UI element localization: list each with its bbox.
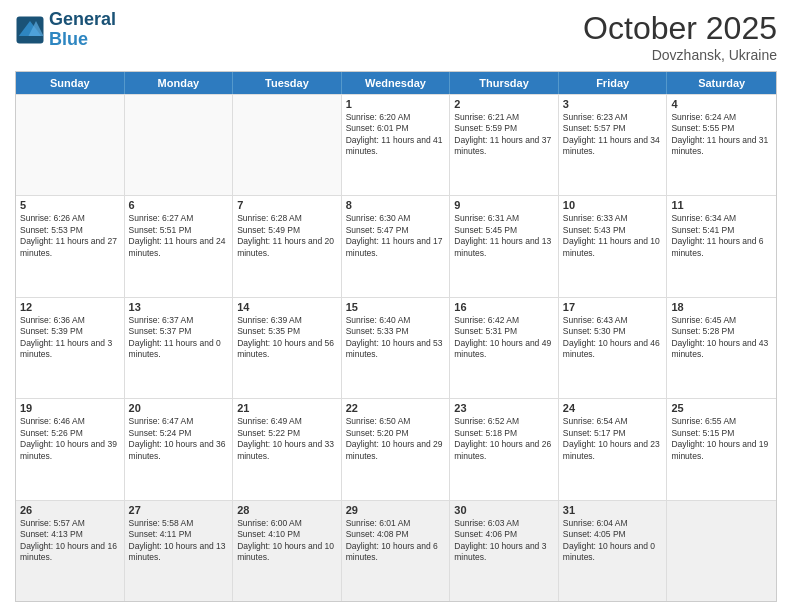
day-cell-13: 13Sunrise: 6:37 AM Sunset: 5:37 PM Dayli… — [125, 298, 234, 398]
day-info: Sunrise: 6:20 AM Sunset: 6:01 PM Dayligh… — [346, 112, 446, 158]
subtitle: Dovzhansk, Ukraine — [583, 47, 777, 63]
day-info: Sunrise: 6:30 AM Sunset: 5:47 PM Dayligh… — [346, 213, 446, 259]
day-info: Sunrise: 6:26 AM Sunset: 5:53 PM Dayligh… — [20, 213, 120, 259]
day-cell-6: 6Sunrise: 6:27 AM Sunset: 5:51 PM Daylig… — [125, 196, 234, 296]
day-info: Sunrise: 5:58 AM Sunset: 4:11 PM Dayligh… — [129, 518, 229, 564]
day-cell-14: 14Sunrise: 6:39 AM Sunset: 5:35 PM Dayli… — [233, 298, 342, 398]
day-cell-19: 19Sunrise: 6:46 AM Sunset: 5:26 PM Dayli… — [16, 399, 125, 499]
day-cell-9: 9Sunrise: 6:31 AM Sunset: 5:45 PM Daylig… — [450, 196, 559, 296]
day-info: Sunrise: 6:33 AM Sunset: 5:43 PM Dayligh… — [563, 213, 663, 259]
day-number: 11 — [671, 199, 772, 211]
logo-text: General Blue — [49, 10, 116, 50]
day-cell-10: 10Sunrise: 6:33 AM Sunset: 5:43 PM Dayli… — [559, 196, 668, 296]
header-day-thursday: Thursday — [450, 72, 559, 94]
day-cell-24: 24Sunrise: 6:54 AM Sunset: 5:17 PM Dayli… — [559, 399, 668, 499]
header-day-sunday: Sunday — [16, 72, 125, 94]
day-cell-2: 2Sunrise: 6:21 AM Sunset: 5:59 PM Daylig… — [450, 95, 559, 195]
day-number: 2 — [454, 98, 554, 110]
day-cell-31: 31Sunrise: 6:04 AM Sunset: 4:05 PM Dayli… — [559, 501, 668, 601]
day-cell-7: 7Sunrise: 6:28 AM Sunset: 5:49 PM Daylig… — [233, 196, 342, 296]
day-cell-27: 27Sunrise: 5:58 AM Sunset: 4:11 PM Dayli… — [125, 501, 234, 601]
day-info: Sunrise: 6:34 AM Sunset: 5:41 PM Dayligh… — [671, 213, 772, 259]
title-section: October 2025 Dovzhansk, Ukraine — [583, 10, 777, 63]
day-cell-4: 4Sunrise: 6:24 AM Sunset: 5:55 PM Daylig… — [667, 95, 776, 195]
day-cell-25: 25Sunrise: 6:55 AM Sunset: 5:15 PM Dayli… — [667, 399, 776, 499]
calendar-row-3: 12Sunrise: 6:36 AM Sunset: 5:39 PM Dayli… — [16, 297, 776, 398]
day-number: 16 — [454, 301, 554, 313]
day-info: Sunrise: 6:27 AM Sunset: 5:51 PM Dayligh… — [129, 213, 229, 259]
day-cell-28: 28Sunrise: 6:00 AM Sunset: 4:10 PM Dayli… — [233, 501, 342, 601]
day-number: 28 — [237, 504, 337, 516]
day-number: 13 — [129, 301, 229, 313]
header-day-saturday: Saturday — [667, 72, 776, 94]
month-title: October 2025 — [583, 10, 777, 47]
day-number: 27 — [129, 504, 229, 516]
day-info: Sunrise: 6:00 AM Sunset: 4:10 PM Dayligh… — [237, 518, 337, 564]
day-info: Sunrise: 6:03 AM Sunset: 4:06 PM Dayligh… — [454, 518, 554, 564]
day-number: 18 — [671, 301, 772, 313]
day-info: Sunrise: 6:01 AM Sunset: 4:08 PM Dayligh… — [346, 518, 446, 564]
day-cell-30: 30Sunrise: 6:03 AM Sunset: 4:06 PM Dayli… — [450, 501, 559, 601]
day-number: 31 — [563, 504, 663, 516]
day-cell-5: 5Sunrise: 6:26 AM Sunset: 5:53 PM Daylig… — [16, 196, 125, 296]
day-cell-17: 17Sunrise: 6:43 AM Sunset: 5:30 PM Dayli… — [559, 298, 668, 398]
empty-cell-0-0 — [16, 95, 125, 195]
day-info: Sunrise: 6:24 AM Sunset: 5:55 PM Dayligh… — [671, 112, 772, 158]
calendar-row-4: 19Sunrise: 6:46 AM Sunset: 5:26 PM Dayli… — [16, 398, 776, 499]
day-info: Sunrise: 6:43 AM Sunset: 5:30 PM Dayligh… — [563, 315, 663, 361]
day-cell-21: 21Sunrise: 6:49 AM Sunset: 5:22 PM Dayli… — [233, 399, 342, 499]
day-cell-3: 3Sunrise: 6:23 AM Sunset: 5:57 PM Daylig… — [559, 95, 668, 195]
day-number: 12 — [20, 301, 120, 313]
calendar-row-2: 5Sunrise: 6:26 AM Sunset: 5:53 PM Daylig… — [16, 195, 776, 296]
day-number: 15 — [346, 301, 446, 313]
day-info: Sunrise: 6:46 AM Sunset: 5:26 PM Dayligh… — [20, 416, 120, 462]
day-number: 4 — [671, 98, 772, 110]
day-number: 25 — [671, 402, 772, 414]
day-info: Sunrise: 6:28 AM Sunset: 5:49 PM Dayligh… — [237, 213, 337, 259]
day-cell-26: 26Sunrise: 5:57 AM Sunset: 4:13 PM Dayli… — [16, 501, 125, 601]
day-info: Sunrise: 6:21 AM Sunset: 5:59 PM Dayligh… — [454, 112, 554, 158]
day-cell-12: 12Sunrise: 6:36 AM Sunset: 5:39 PM Dayli… — [16, 298, 125, 398]
empty-cell-4-6 — [667, 501, 776, 601]
day-number: 7 — [237, 199, 337, 211]
day-cell-29: 29Sunrise: 6:01 AM Sunset: 4:08 PM Dayli… — [342, 501, 451, 601]
calendar-row-1: 1Sunrise: 6:20 AM Sunset: 6:01 PM Daylig… — [16, 94, 776, 195]
logo: General Blue — [15, 10, 116, 50]
day-info: Sunrise: 6:50 AM Sunset: 5:20 PM Dayligh… — [346, 416, 446, 462]
day-info: Sunrise: 6:55 AM Sunset: 5:15 PM Dayligh… — [671, 416, 772, 462]
day-cell-22: 22Sunrise: 6:50 AM Sunset: 5:20 PM Dayli… — [342, 399, 451, 499]
empty-cell-0-2 — [233, 95, 342, 195]
day-number: 10 — [563, 199, 663, 211]
day-info: Sunrise: 6:45 AM Sunset: 5:28 PM Dayligh… — [671, 315, 772, 361]
day-cell-1: 1Sunrise: 6:20 AM Sunset: 6:01 PM Daylig… — [342, 95, 451, 195]
day-cell-11: 11Sunrise: 6:34 AM Sunset: 5:41 PM Dayli… — [667, 196, 776, 296]
header-day-monday: Monday — [125, 72, 234, 94]
day-cell-15: 15Sunrise: 6:40 AM Sunset: 5:33 PM Dayli… — [342, 298, 451, 398]
header: General Blue October 2025 Dovzhansk, Ukr… — [15, 10, 777, 63]
day-info: Sunrise: 6:04 AM Sunset: 4:05 PM Dayligh… — [563, 518, 663, 564]
empty-cell-0-1 — [125, 95, 234, 195]
day-number: 26 — [20, 504, 120, 516]
day-info: Sunrise: 6:31 AM Sunset: 5:45 PM Dayligh… — [454, 213, 554, 259]
day-info: Sunrise: 6:36 AM Sunset: 5:39 PM Dayligh… — [20, 315, 120, 361]
day-cell-23: 23Sunrise: 6:52 AM Sunset: 5:18 PM Dayli… — [450, 399, 559, 499]
day-cell-20: 20Sunrise: 6:47 AM Sunset: 5:24 PM Dayli… — [125, 399, 234, 499]
logo-icon — [15, 15, 45, 45]
day-info: Sunrise: 6:37 AM Sunset: 5:37 PM Dayligh… — [129, 315, 229, 361]
day-info: Sunrise: 6:52 AM Sunset: 5:18 PM Dayligh… — [454, 416, 554, 462]
day-info: Sunrise: 6:49 AM Sunset: 5:22 PM Dayligh… — [237, 416, 337, 462]
day-number: 6 — [129, 199, 229, 211]
day-number: 17 — [563, 301, 663, 313]
day-number: 8 — [346, 199, 446, 211]
day-info: Sunrise: 6:47 AM Sunset: 5:24 PM Dayligh… — [129, 416, 229, 462]
day-info: Sunrise: 5:57 AM Sunset: 4:13 PM Dayligh… — [20, 518, 120, 564]
day-number: 22 — [346, 402, 446, 414]
day-number: 23 — [454, 402, 554, 414]
day-info: Sunrise: 6:42 AM Sunset: 5:31 PM Dayligh… — [454, 315, 554, 361]
day-number: 21 — [237, 402, 337, 414]
day-cell-18: 18Sunrise: 6:45 AM Sunset: 5:28 PM Dayli… — [667, 298, 776, 398]
day-number: 9 — [454, 199, 554, 211]
day-number: 19 — [20, 402, 120, 414]
page: General Blue October 2025 Dovzhansk, Ukr… — [0, 0, 792, 612]
day-number: 20 — [129, 402, 229, 414]
